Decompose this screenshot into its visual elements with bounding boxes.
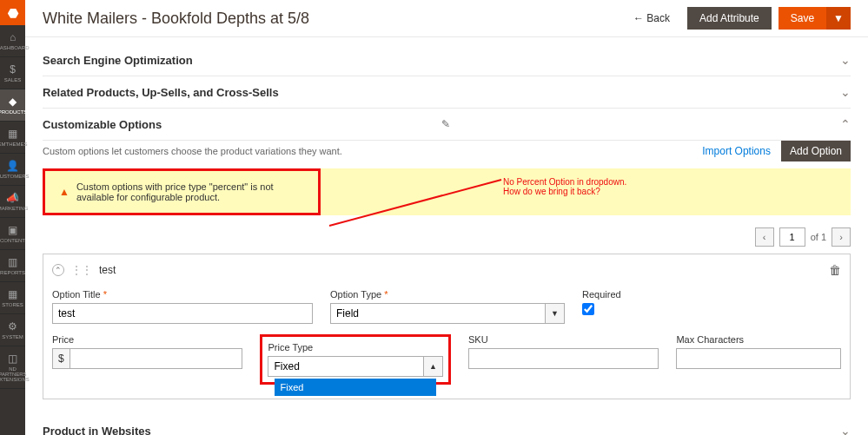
magento-logo[interactable]: ⬣ bbox=[0, 0, 25, 25]
required-checkbox[interactable] bbox=[582, 303, 594, 315]
nav-icon: ▣ bbox=[8, 224, 17, 236]
warning-area: ▲ Custom options with price type "percen… bbox=[43, 168, 851, 215]
pager: ‹ of 1 › bbox=[43, 224, 851, 254]
price-type-select[interactable] bbox=[268, 356, 424, 377]
price-input[interactable] bbox=[70, 348, 243, 369]
option-header: ⌃ ⋮⋮ test 🗑 bbox=[52, 263, 841, 284]
nav-sales[interactable]: $SALES bbox=[0, 57, 25, 89]
option-title-group: Option Title * bbox=[52, 289, 313, 324]
nav-dashboard[interactable]: ⌂DASHBOARD bbox=[0, 25, 25, 57]
option-name: test bbox=[99, 264, 116, 276]
options-toolbar: Custom options let customers choose the … bbox=[43, 141, 851, 168]
nav-icon: $ bbox=[10, 63, 16, 76]
save-button[interactable]: Save bbox=[779, 7, 826, 30]
pager-next-button[interactable]: › bbox=[832, 227, 851, 247]
back-button[interactable]: ← Back bbox=[633, 12, 670, 24]
drag-handle-icon[interactable]: ⋮⋮ bbox=[71, 264, 92, 276]
section-websites[interactable]: Product in Websites ⌄ bbox=[43, 415, 851, 435]
price-group: Price $ bbox=[52, 334, 242, 385]
option-type-select[interactable] bbox=[330, 303, 546, 324]
annotation-line bbox=[329, 179, 502, 227]
nav-icon: ▦ bbox=[8, 128, 17, 140]
option-type-group: Option Type * ▼ bbox=[330, 289, 565, 324]
pager-of-label: of 1 bbox=[811, 232, 826, 242]
help-text: Custom options let customers choose the … bbox=[43, 141, 342, 161]
nav-icon: 📣 bbox=[6, 192, 19, 204]
add-attribute-button[interactable]: Add Attribute bbox=[687, 7, 772, 30]
option-title-input[interactable] bbox=[52, 303, 313, 324]
nav-emthemes[interactable]: ▦EMTHEMES bbox=[0, 122, 25, 154]
nav-marketing[interactable]: 📣MARKETING bbox=[0, 186, 25, 218]
expand-icon[interactable]: ⌄ bbox=[840, 424, 851, 435]
save-dropdown-button[interactable]: ▼ bbox=[826, 7, 851, 30]
main-content: White Mailers - Bookfold Depths at 5/8 ←… bbox=[25, 0, 868, 435]
nav-products[interactable]: ◆PRODUCTS bbox=[0, 89, 25, 122]
nav-icon: ◫ bbox=[8, 353, 17, 365]
price-type-group: Price Type ▲ Fixed bbox=[268, 342, 443, 377]
max-chars-group: Max Characters bbox=[676, 334, 841, 385]
dropdown-icon[interactable]: ▲ bbox=[424, 356, 443, 377]
nav-icon: ⌂ bbox=[10, 31, 16, 43]
expand-icon[interactable]: ⌄ bbox=[840, 53, 851, 67]
add-option-button[interactable]: Add Option bbox=[781, 141, 851, 161]
nav-icon: ◆ bbox=[9, 96, 17, 108]
admin-sidebar: ⬣ ⌂DASHBOARD$SALES◆PRODUCTS▦EMTHEMES👤CUS… bbox=[0, 0, 25, 435]
nav-icon: 👤 bbox=[6, 160, 19, 172]
nav-system[interactable]: ⚙SYSTEM bbox=[0, 314, 25, 346]
price-type-option-fixed[interactable]: Fixed bbox=[275, 379, 436, 396]
delete-option-icon[interactable]: 🗑 bbox=[829, 263, 841, 277]
expand-icon[interactable]: ⌄ bbox=[840, 85, 851, 99]
currency-prefix: $ bbox=[52, 348, 70, 369]
required-group: Required bbox=[582, 289, 621, 324]
nav-reports[interactable]: ▥REPORTS bbox=[0, 250, 25, 282]
warning-icon: ▲ bbox=[59, 186, 70, 198]
max-chars-input[interactable] bbox=[676, 348, 841, 369]
content-area: Search Engine Optimization ⌄ Related Pro… bbox=[25, 37, 868, 435]
pager-prev-button[interactable]: ‹ bbox=[755, 227, 774, 247]
warning-message: ▲ Custom options with price type "percen… bbox=[43, 168, 321, 215]
section-customizable-options[interactable]: Customizable Options ✎ ⌃ bbox=[43, 109, 851, 141]
sku-input[interactable] bbox=[468, 348, 659, 369]
nav-stores[interactable]: ▦STORES bbox=[0, 282, 25, 314]
nav-icon: ▥ bbox=[8, 256, 17, 268]
option-panel: ⌃ ⋮⋮ test 🗑 Option Title * Option Type *… bbox=[43, 254, 851, 399]
nav-customers[interactable]: 👤CUSTOMERS bbox=[0, 154, 25, 186]
dropdown-icon[interactable]: ▼ bbox=[546, 303, 565, 324]
collapse-icon[interactable]: ⌃ bbox=[840, 117, 851, 131]
nav-content[interactable]: ▣CONTENT bbox=[0, 218, 25, 250]
import-options-link[interactable]: Import Options bbox=[702, 145, 771, 157]
nav-nd-partners-extensions[interactable]: ◫ND PARTNERS EXTENSIONS bbox=[0, 346, 25, 389]
page-title: White Mailers - Bookfold Depths at 5/8 bbox=[43, 10, 633, 28]
nav-icon: ⚙ bbox=[8, 320, 17, 333]
edit-icon[interactable]: ✎ bbox=[441, 118, 450, 130]
price-type-highlight: Price Type ▲ Fixed bbox=[260, 334, 451, 385]
page-header: White Mailers - Bookfold Depths at 5/8 ←… bbox=[25, 0, 868, 37]
nav-icon: ▦ bbox=[8, 288, 17, 300]
collapse-option-icon[interactable]: ⌃ bbox=[52, 264, 64, 276]
pager-page-input[interactable] bbox=[779, 227, 805, 247]
section-related[interactable]: Related Products, Up-Sells, and Cross-Se… bbox=[43, 76, 851, 109]
annotation-text: No Percent Option in dropdown. How do we… bbox=[503, 177, 633, 196]
sku-group: SKU bbox=[468, 334, 659, 385]
section-seo[interactable]: Search Engine Optimization ⌄ bbox=[43, 44, 851, 76]
